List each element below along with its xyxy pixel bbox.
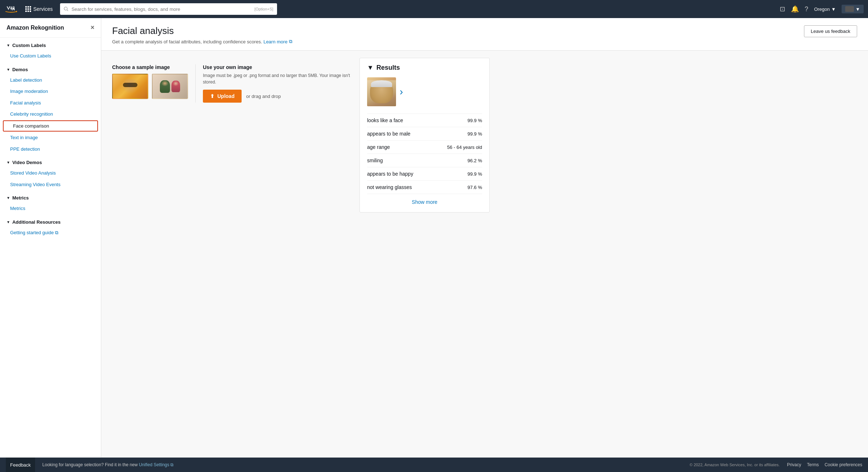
results-title: ▼ Results [367, 64, 482, 72]
result-label: looks like a face [367, 117, 403, 123]
terminal-icon[interactable]: ⊡ [780, 5, 785, 13]
sample-image-2[interactable] [152, 74, 188, 99]
sidebar-item-facial-analysis[interactable]: Facial analysis [0, 97, 101, 109]
image-section: Choose a sample image [112, 58, 351, 213]
result-value: 99.9 % [468, 131, 482, 137]
result-row: smiling 96.2 % [367, 154, 482, 167]
show-more-button[interactable]: Show more [367, 194, 482, 206]
leave-feedback-button[interactable]: Leave us feedback [804, 25, 857, 37]
bell-icon[interactable]: 🔔 [791, 5, 799, 13]
sidebar-item-metrics[interactable]: Metrics [0, 203, 101, 214]
upload-label: Use your own image [203, 64, 351, 70]
main-title-area: Facial analysis Get a complete analysis … [112, 25, 292, 44]
sidebar-section-video-demos[interactable]: ▼ Video Demos [0, 155, 101, 167]
sidebar-item-ppe-detection[interactable]: PPE detection [0, 143, 101, 155]
sidebar-section-custom-labels[interactable]: ▼ Custom Labels [0, 38, 101, 50]
result-label: age range [367, 144, 390, 150]
sidebar-section-demos[interactable]: ▼ Demos [0, 62, 101, 74]
face-thumbnail[interactable] [367, 77, 396, 106]
chevron-down-icon: ▼ [367, 64, 374, 72]
grid-icon [25, 6, 31, 12]
sidebar-item-getting-started[interactable]: Getting started guide ⧉ [0, 227, 101, 239]
page-subtitle: Get a complete analysis of facial attrib… [112, 39, 292, 44]
sidebar-item-label-detection[interactable]: Label detection [0, 74, 101, 86]
aws-logo[interactable] [4, 2, 18, 16]
result-label: smiling [367, 158, 383, 163]
result-label: appears to be happy [367, 171, 413, 177]
result-value: 99.9 % [468, 171, 482, 177]
sidebar-item-face-comparison[interactable]: Face comparison [3, 120, 98, 132]
upload-description: Image must be .jpeg or .png format and n… [203, 72, 351, 85]
below-image-controls: Choose a sample image [112, 64, 351, 105]
chevron-down-icon: ▼ [7, 68, 10, 72]
sample-images-section: Choose a sample image [112, 64, 188, 99]
sidebar-section-metrics[interactable]: ▼ Metrics [0, 190, 101, 203]
result-row: appears to be happy 99.9 % [367, 167, 482, 180]
learn-more-link[interactable]: Learn more ⧉ [263, 39, 292, 44]
app-body: Amazon Rekognition × ▼ Custom Labels Use… [0, 18, 868, 458]
sample-image-1[interactable] [112, 74, 148, 99]
sidebar: Amazon Rekognition × ▼ Custom Labels Use… [0, 18, 101, 458]
result-label: not wearing glasses [367, 184, 412, 190]
results-rows: looks like a face 99.9 % appears to be m… [367, 113, 482, 194]
face-preview-row: › [367, 77, 482, 106]
sidebar-item-text-in-image[interactable]: Text in image [0, 132, 101, 143]
result-value: 56 - 64 years old [447, 145, 482, 150]
chevron-down-icon: ▼ [7, 43, 10, 47]
external-link-icon: ⧉ [289, 39, 292, 44]
search-input[interactable] [72, 7, 252, 12]
svg-point-0 [64, 7, 67, 10]
search-icon [64, 7, 69, 12]
chevron-down-icon: ▼ [7, 196, 10, 200]
result-value: 97.6 % [468, 185, 482, 190]
sidebar-close-button[interactable]: × [90, 24, 94, 31]
sidebar-title: Amazon Rekognition [7, 25, 64, 31]
search-shortcut: [Option+S] [254, 7, 273, 11]
result-row: age range 56 - 64 years old [367, 140, 482, 154]
sidebar-item-use-custom-labels[interactable]: Use Custom Labels [0, 50, 101, 62]
main-header: Facial analysis Get a complete analysis … [101, 18, 868, 51]
upload-row: ⬆ Upload or drag and drop [203, 90, 351, 103]
upload-section: Use your own image Image must be .jpeg o… [195, 64, 351, 103]
result-label: appears to be male [367, 131, 410, 137]
account-icon [845, 6, 854, 12]
result-value: 99.9 % [468, 118, 482, 123]
nav-icons: ⊡ 🔔 ? Oregon ▼ ▼ [780, 5, 864, 13]
result-value: 96.2 % [468, 158, 482, 163]
result-row: appears to be male 99.9 % [367, 127, 482, 140]
results-panel: ▼ Results › [359, 58, 490, 213]
chevron-down-icon: ▼ [7, 220, 10, 224]
face-next-arrow[interactable]: › [400, 86, 403, 98]
sidebar-section-additional-resources[interactable]: ▼ Additional Resources [0, 214, 101, 227]
page-title: Facial analysis [112, 25, 292, 37]
chevron-down-icon: ▼ [7, 160, 10, 164]
drag-drop-text: or drag and drop [246, 94, 281, 99]
services-label: Services [33, 6, 53, 12]
sidebar-item-stored-video-analysis[interactable]: Stored Video Analysis [0, 167, 101, 179]
upload-button[interactable]: ⬆ Upload [203, 90, 242, 103]
main-content: Facial analysis Get a complete analysis … [101, 18, 868, 458]
sidebar-item-streaming-video-events[interactable]: Streaming Video Events [0, 179, 101, 190]
sidebar-item-image-moderation[interactable]: Image moderation [0, 86, 101, 97]
sample-images-label: Choose a sample image [112, 64, 188, 70]
svg-line-1 [67, 10, 68, 11]
content-area: Choose a sample image [101, 51, 868, 220]
top-navigation: Services [Option+S] ⊡ 🔔 ? Oregon ▼ ▼ [0, 0, 868, 18]
result-row: not wearing glasses 97.6 % [367, 180, 482, 194]
sidebar-header: Amazon Rekognition × [0, 18, 101, 38]
search-bar[interactable]: [Option+S] [60, 3, 277, 15]
upload-icon: ⬆ [210, 93, 214, 99]
sample-images-grid [112, 74, 188, 99]
result-row: looks like a face 99.9 % [367, 113, 482, 127]
sidebar-item-celebrity-recognition[interactable]: Celebrity recognition [0, 108, 101, 120]
services-button[interactable]: Services [22, 5, 56, 13]
account-menu[interactable]: ▼ [842, 5, 864, 13]
region-selector[interactable]: Oregon ▼ [814, 7, 836, 12]
help-icon[interactable]: ? [805, 5, 808, 13]
